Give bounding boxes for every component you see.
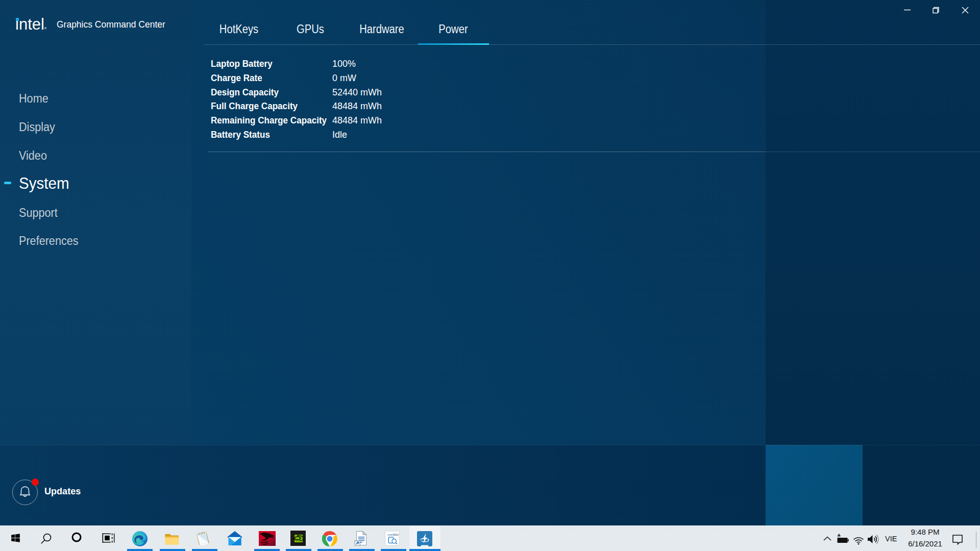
svg-text:intel: intel bbox=[387, 533, 393, 536]
svg-text:SSU: SSU bbox=[394, 533, 399, 536]
